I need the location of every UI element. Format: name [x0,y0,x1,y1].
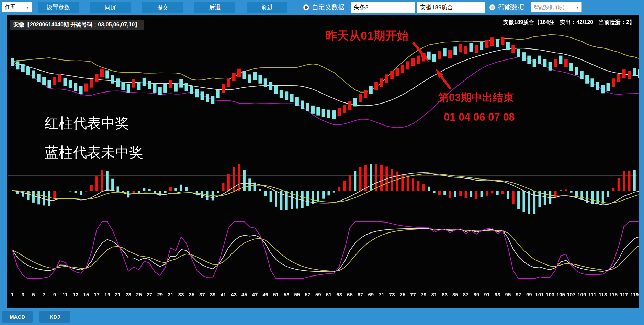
x-axis-label: 21 [115,292,121,297]
x-axis-label: 69 [368,292,374,297]
draw-result-label: 安徽【20200614040期 开奖号码：03,05,06,07,10】 [10,20,144,30]
forward-button[interactable]: 前进 [247,2,287,13]
x-axis-label: 27 [147,292,152,297]
x-axis-label: 111 [588,292,596,297]
smart-data-select-value: 智能数据Ⅰ(原) [534,4,564,11]
x-axis-label: 13 [73,292,79,297]
x-axis-label: 55 [294,292,300,297]
x-axis-label: 97 [516,292,521,297]
x-axis-label: 23 [125,292,131,297]
lottery-type-value: 任五 [5,4,16,11]
x-axis-label: 107 [567,292,576,297]
x-axis-label: 75 [400,292,406,297]
legend-red-bar-label: 红柱代表中奖 [45,114,129,133]
settings-button[interactable]: 设置参数 [38,2,79,13]
smart-data-radio[interactable] [489,4,495,10]
x-axis-label: 61 [326,292,332,297]
x-axis-label: 81 [431,292,437,297]
same-screen-button[interactable]: 同屏 [90,2,131,13]
chevron-down-icon: ▼ [576,6,579,9]
legend-blue-bar-label: 蓝柱代表未中奖 [45,143,143,162]
x-axis-label: 37 [199,292,205,297]
chart-canvas [7,15,639,308]
x-axis-label: 71 [379,292,384,297]
x-axis-label: 29 [157,292,163,297]
toolbar-buttons: 设置参数同屏提交后退前进 [32,2,287,13]
x-axis: 1357911131517192123252729313335373941434… [7,292,639,300]
x-axis-label: 103 [546,292,554,297]
x-axis-label: 117 [620,292,628,297]
kdj-tab-button[interactable]: KDJ [39,311,70,323]
footer-bar: MACD KDJ [0,308,644,325]
x-axis-label: 83 [442,292,448,297]
chart-stats-label: 安徽189质合【164注 实出：42/120 当前遗漏：2】 [503,19,635,26]
x-axis-label: 89 [473,292,479,297]
x-axis-label: 45 [241,292,247,297]
smart-data-label: 智能数据 [498,3,524,12]
x-axis-label: 79 [421,292,427,297]
x-axis-label: 105 [556,292,565,297]
x-axis-label: 11 [63,292,68,297]
x-axis-label: 59 [315,292,321,297]
x-axis-label: 47 [252,292,258,297]
x-axis-label: 19 [104,292,110,297]
x-axis-label: 87 [463,292,469,297]
x-axis-label: 77 [410,292,416,297]
toolbar: 任五 ▼ 设置参数同屏提交后退前进 自定义数据 智能数据 智能数据Ⅰ(原) ▼ [0,0,644,14]
custom-data-input-1[interactable] [351,2,415,13]
x-axis-label: 9 [53,292,56,297]
x-axis-label: 49 [262,292,268,297]
x-axis-label: 57 [305,292,310,297]
x-axis-label: 85 [452,292,458,297]
chart-panel: 安徽【20200614040期 开奖号码：03,05,06,07,10】 安徽1… [7,15,639,308]
custom-data-radio[interactable] [303,4,309,10]
x-axis-label: 109 [577,292,586,297]
x-axis-label: 5 [32,292,35,297]
x-axis-label: 113 [599,292,607,297]
x-axis-label: 91 [484,292,490,297]
x-axis-label: 101 [535,292,544,297]
submit-button[interactable]: 提交 [142,2,183,13]
back-button[interactable]: 后退 [194,2,235,13]
x-axis-label: 25 [136,292,142,297]
x-axis-label: 119 [630,292,639,297]
annotation-end-note: 第03期中出结束 [438,90,514,105]
lottery-type-select[interactable]: 任五 ▼ [2,2,32,12]
x-axis-label: 93 [495,292,500,297]
x-axis-label: 95 [505,292,511,297]
x-axis-label: 51 [273,292,279,297]
x-axis-label: 43 [231,292,237,297]
x-axis-label: 39 [210,292,216,297]
x-axis-label: 115 [609,292,618,297]
x-axis-label: 63 [336,292,342,297]
x-axis-label: 65 [347,292,353,297]
x-axis-label: 1 [11,292,14,297]
x-axis-label: 33 [178,292,184,297]
x-axis-label: 15 [83,292,89,297]
x-axis-label: 67 [358,292,363,297]
smart-data-select[interactable]: 智能数据Ⅰ(原) ▼ [531,2,582,12]
x-axis-label: 53 [284,292,290,297]
custom-data-label: 自定义数据 [312,3,344,12]
x-axis-label: 17 [94,292,100,297]
chevron-down-icon: ▼ [26,6,29,9]
x-axis-label: 41 [221,292,226,297]
app-root: 任五 ▼ 设置参数同屏提交后退前进 自定义数据 智能数据 智能数据Ⅰ(原) ▼ … [0,0,644,325]
custom-data-input-2[interactable] [417,2,485,13]
annotation-numbers-note: 01 04 06 07 08 [444,111,515,123]
x-axis-label: 3 [22,292,24,297]
x-axis-label: 35 [189,292,195,297]
x-axis-label: 31 [168,292,173,297]
x-axis-label: 73 [389,292,395,297]
x-axis-label: 7 [43,292,45,297]
x-axis-label: 99 [526,292,532,297]
macd-tab-button[interactable]: MACD [2,311,33,323]
annotation-start-note: 昨天从01期开始 [326,28,409,44]
